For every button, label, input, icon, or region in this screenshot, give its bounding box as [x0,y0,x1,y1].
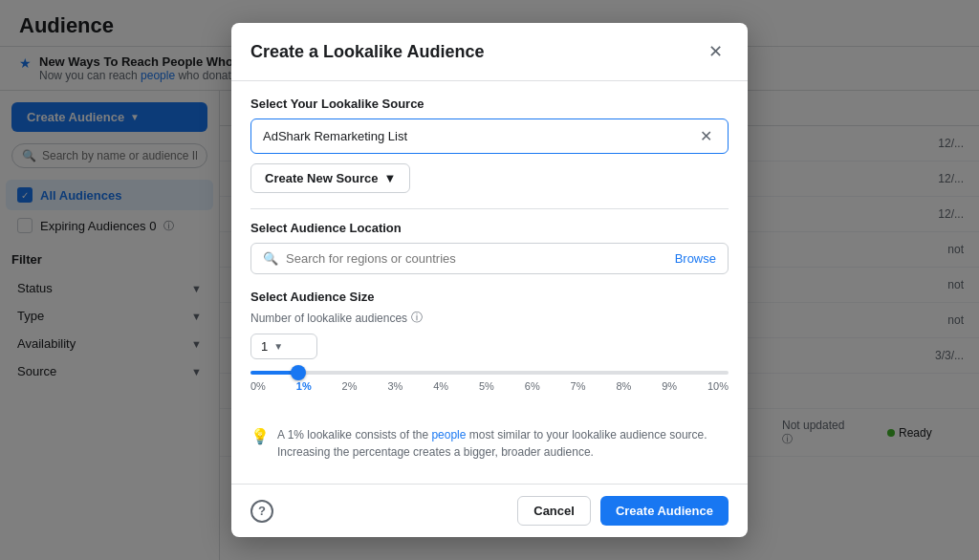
page-background: Audience ★ New Ways To Reach People Who … [0,0,979,560]
slider-label: 3% [387,380,402,392]
search-icon: 🔍 [263,251,278,266]
slider-label: 10% [707,380,729,392]
location-search-input[interactable] [286,251,667,266]
size-slider-container: 0% 1% 2% 3% 4% 5% 6% 7% 8% 9% 10% [250,371,729,411]
create-audience-modal-button[interactable]: Create Audience [600,496,729,526]
help-icon[interactable]: ? [250,500,273,523]
hint-box: 💡 A 1% lookalike consists of the people … [250,419,729,468]
slider-label-active: 1% [296,380,312,392]
slider-label: 7% [571,380,586,392]
source-input-value: AdShark Remarketing List [263,129,696,143]
location-field-label: Select Audience Location [250,221,729,235]
modal-header: Create a Lookalike Audience ✕ [231,23,748,81]
hint-text: A 1% lookalike consists of the people mo… [277,426,729,461]
cancel-button[interactable]: Cancel [517,496,591,526]
hint-people-link[interactable]: people [431,428,466,442]
divider [250,208,729,209]
footer-buttons: Cancel Create Audience [517,496,729,526]
create-lookalike-modal: Create a Lookalike Audience ✕ Select You… [231,23,748,537]
lookalike-num-label: Number of lookalike audiences ⓘ [250,310,729,326]
modal-footer: ? Cancel Create Audience [231,484,748,537]
chevron-down-icon: ▼ [273,341,283,352]
slider-label: 0% [250,380,266,392]
source-clear-button[interactable]: ✕ [696,127,716,145]
size-section-label: Select Audience Size [250,290,729,304]
modal-close-button[interactable]: ✕ [702,38,729,65]
create-new-source-label: Create New Source [265,171,379,185]
slider-thumb[interactable] [291,365,306,380]
modal-overlay: Create a Lookalike Audience ✕ Select You… [0,0,979,560]
info-icon: ⓘ [411,310,423,326]
slider-label: 6% [525,380,540,392]
chevron-down-icon: ▼ [384,171,397,185]
modal-title: Create a Lookalike Audience [250,42,484,62]
num-dropdown-value: 1 [261,339,268,354]
lookalike-num-text: Number of lookalike audiences [250,312,407,325]
create-new-source-button[interactable]: Create New Source ▼ [250,163,410,193]
slider-label: 2% [342,380,358,392]
source-field-label: Select Your Lookalike Source [250,97,729,111]
slider-label: 4% [433,380,448,392]
location-search-wrap[interactable]: 🔍 Browse [250,243,729,274]
source-input-wrap[interactable]: AdShark Remarketing List ✕ [250,118,729,154]
slider-label: 5% [479,380,494,392]
modal-body: Select Your Lookalike Source AdShark Rem… [231,81,748,484]
lightbulb-icon: 💡 [250,427,270,445]
slider-label: 8% [616,380,631,392]
slider-labels: 0% 1% 2% 3% 4% 5% 6% 7% 8% 9% 10% [250,380,729,392]
num-lookalike-dropdown[interactable]: 1 ▼ [250,334,317,359]
browse-button[interactable]: Browse [675,251,716,266]
slider-track [250,371,729,375]
slider-label: 9% [662,380,677,392]
